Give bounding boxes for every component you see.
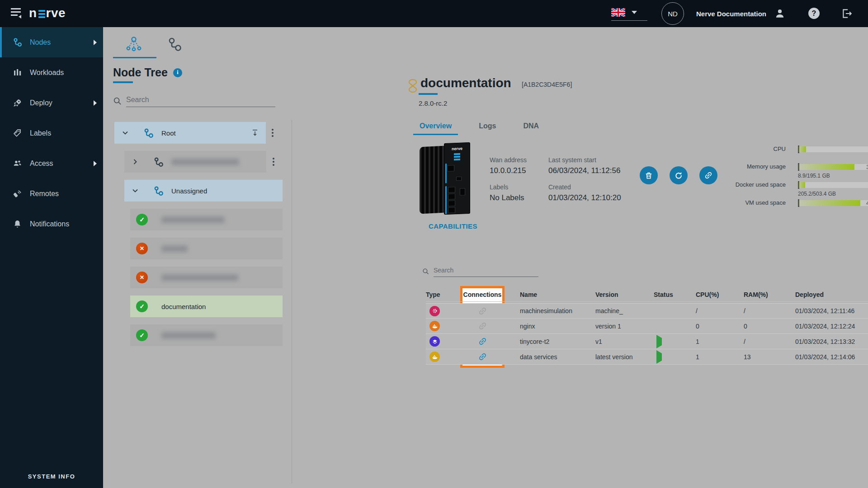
tree-node-redacted[interactable] <box>130 267 283 288</box>
account-name: Nerve Documentation <box>696 0 766 27</box>
field-value: 01/03/2024, 12:10:20 <box>548 193 652 202</box>
field-last-system-start: Last system start 06/03/2024, 11:12:56 <box>548 156 652 175</box>
node-list-icon <box>166 35 184 53</box>
avatar-initials: ND <box>668 10 678 18</box>
tree-node-documentation-selected[interactable]: documentation <box>130 296 283 317</box>
tab-overview[interactable]: Overview <box>413 117 458 135</box>
system-info-button[interactable]: SYSTEM INFO <box>0 473 103 480</box>
tree-node-unassigned[interactable]: Unassigned <box>124 180 283 202</box>
field-label: Created <box>548 183 652 191</box>
sidebar-item-notifications[interactable]: Notifications <box>0 209 103 239</box>
tree-node-redacted[interactable] <box>130 209 283 230</box>
tree-node-label: documentation <box>161 303 206 310</box>
col-cpu: CPU(%) <box>696 291 744 298</box>
language-selector[interactable] <box>611 6 647 21</box>
reboot-node-button[interactable] <box>670 166 688 184</box>
kebab-menu-icon[interactable] <box>269 151 278 173</box>
tree-node-redacted[interactable] <box>130 324 283 346</box>
kebab-menu-icon[interactable] <box>269 122 277 144</box>
deploy-rocket-icon <box>13 98 22 108</box>
chevron-right-icon <box>94 100 97 106</box>
workload-version: v1 <box>595 338 654 345</box>
uk-flag-icon <box>611 8 625 17</box>
tree-node-redacted[interactable] <box>130 238 283 259</box>
download-tree-icon[interactable] <box>250 128 259 137</box>
capabilities-link[interactable]: CAPABILITIES <box>429 222 477 230</box>
workload-search-input[interactable] <box>434 266 538 277</box>
profile-icon[interactable] <box>774 8 786 19</box>
gauge-bar: 4.6% <box>798 182 868 188</box>
field-created: Created 01/03/2024, 12:10:20 <box>548 183 652 202</box>
info-icon[interactable] <box>173 68 182 77</box>
chevron-right-icon <box>94 161 97 166</box>
table-body: machinesimulation machine_ / / 01/03/202… <box>426 303 868 365</box>
device-logo-text: nerve <box>444 146 470 151</box>
tab-dna[interactable]: DNA <box>517 117 545 135</box>
connection-link-icon[interactable] <box>460 334 505 349</box>
chevron-expanded-icon[interactable] <box>122 129 129 136</box>
col-type: Type <box>426 291 460 298</box>
sidebar-item-access[interactable]: Access <box>0 148 103 178</box>
node-title: documentation <box>420 76 511 90</box>
menu-toggle-icon[interactable] <box>11 8 23 19</box>
device-heatsink <box>420 145 446 214</box>
tab-node-tree-view[interactable] <box>125 35 143 53</box>
tree-node-label-redacted <box>171 159 239 165</box>
workload-version: machine_ <box>595 307 654 314</box>
sidebar-item-deploy[interactable]: Deploy <box>0 88 103 118</box>
remotes-icon <box>13 189 22 198</box>
tab-node-list-view[interactable] <box>166 35 184 53</box>
help-icon[interactable] <box>808 8 820 19</box>
gauge-cpu: CPU 5.3% <box>725 145 868 153</box>
node-tree-search-input[interactable] <box>126 95 275 107</box>
connect-node-button[interactable] <box>699 166 717 184</box>
table-row[interactable]: tinycore-t2 v1 1 / 01/03/2024, 12:13:32 … <box>426 334 868 349</box>
sidebar-item-label: Remotes <box>30 190 59 198</box>
chevron-expanded-icon[interactable] <box>132 187 139 194</box>
workload-deployed: 01/03/2024, 12:11:46 <box>795 307 868 314</box>
logout-icon[interactable] <box>841 8 853 19</box>
gauge-value: 40.8% <box>798 200 868 206</box>
connection-link-icon[interactable] <box>460 349 505 364</box>
sidebar-item-nodes[interactable]: Nodes <box>0 27 103 57</box>
tree-node-label-redacted <box>161 332 216 339</box>
workload-ram: / <box>744 338 795 345</box>
node-hive-icon <box>406 79 420 93</box>
status-running-icon <box>656 335 662 348</box>
gauge-label: VM used space <box>725 199 786 206</box>
gauge-memory: Memory usage 36.8% <box>725 163 868 170</box>
connection-link-icon[interactable] <box>460 319 505 333</box>
delete-node-button[interactable] <box>640 166 658 184</box>
workload-name: tinycore-t2 <box>505 338 595 345</box>
workload-deployed: 01/03/2024, 12:13:32 <box>795 338 868 345</box>
workload-name: data services <box>505 353 595 361</box>
tree-node-root[interactable]: Root <box>114 122 266 144</box>
chevron-collapsed-icon[interactable] <box>132 158 139 165</box>
col-deployed: Deployed <box>795 291 868 298</box>
tree-node-redacted-group[interactable] <box>124 151 266 173</box>
workloads-icon <box>13 68 22 77</box>
workload-cpu: 1 <box>696 338 744 345</box>
workload-cpu: 1 <box>696 353 744 361</box>
sidebar-item-label: Labels <box>30 129 51 137</box>
logo-text-n: n <box>29 6 37 20</box>
tab-logs[interactable]: Logs <box>472 117 502 135</box>
sidebar-item-labels[interactable]: Labels <box>0 118 103 148</box>
table-row[interactable]: nginx version 1 0 0 01/03/2024, 12:12:24… <box>426 319 868 334</box>
table-row[interactable]: data services latest version 1 13 01/03/… <box>426 349 868 365</box>
gauge-value: 36.8% <box>798 164 868 170</box>
status-ok-icon <box>136 214 148 225</box>
workload-type-vm-icon <box>429 336 440 347</box>
user-avatar[interactable]: ND <box>661 2 684 25</box>
table-row[interactable]: machinesimulation machine_ / / 01/03/202… <box>426 303 868 319</box>
workload-version: latest version <box>595 353 654 361</box>
sidebar-item-remotes[interactable]: Remotes <box>0 178 103 209</box>
access-users-icon <box>13 159 22 168</box>
sidebar-item-label: Workloads <box>30 69 64 77</box>
node-tree-search <box>113 95 275 107</box>
col-status: Status <box>654 291 696 298</box>
connection-link-icon[interactable] <box>460 304 505 318</box>
sidebar-item-workloads[interactable]: Workloads <box>0 57 103 88</box>
gauge-label: Memory usage <box>725 163 786 170</box>
workload-ram: / <box>744 307 795 314</box>
